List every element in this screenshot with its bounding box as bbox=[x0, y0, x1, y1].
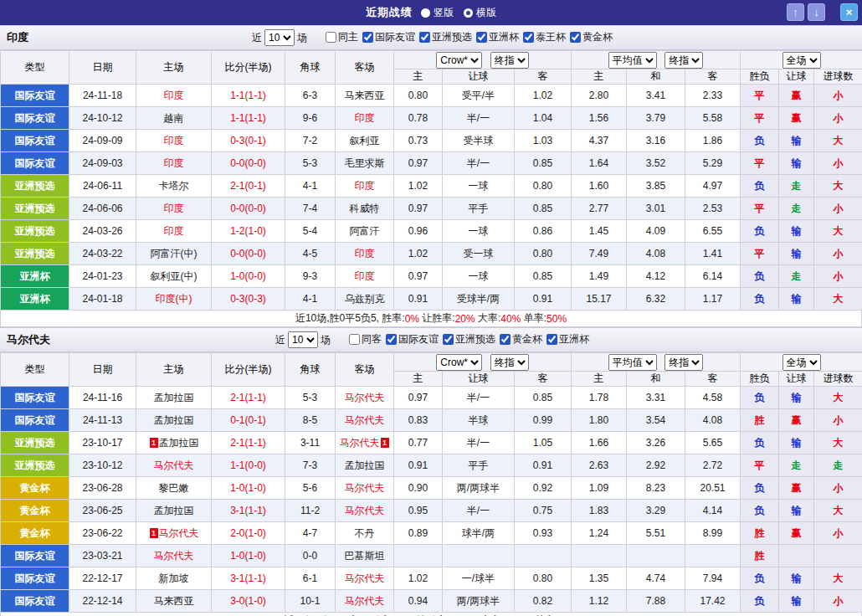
checkbox-label: 黄金杯 bbox=[582, 30, 613, 44]
competition-checkbox[interactable]: 国际友谊 bbox=[358, 30, 415, 44]
final-odds-select[interactable]: 终指 bbox=[664, 52, 703, 69]
team-name: 印度 bbox=[355, 248, 375, 259]
result-handicap: 输 bbox=[779, 590, 814, 613]
team-name: 不丹 bbox=[355, 527, 375, 539]
radio-horizontal[interactable]: 横版 bbox=[464, 6, 496, 20]
handicap-home-odds: 0.91 bbox=[394, 288, 443, 311]
result-outcome: 负 bbox=[741, 432, 779, 454]
final-odds-select[interactable]: 终指 bbox=[664, 354, 703, 371]
competition-checkbox[interactable]: 亚洲预选 bbox=[415, 30, 472, 44]
match-date: 24-11-18 bbox=[69, 85, 136, 107]
result-handicap: 输 bbox=[779, 500, 814, 522]
handicap-away-odds: 0.75 bbox=[515, 500, 572, 522]
match-row: 亚洲预选24-03-22阿富汗(中)0-0(0-0)4-5印度1.02受一球0.… bbox=[1, 243, 862, 265]
checkbox-input[interactable] bbox=[326, 32, 336, 43]
final-odds-select[interactable]: 终指 bbox=[490, 52, 529, 69]
match-row: 国际友谊22-12-14马来西亚3-0(1-0)10-1马尔代夫0.94两/两球… bbox=[1, 590, 862, 613]
match-row: 亚洲预选24-06-06印度0-0(0-0)7-4科威特0.97平手0.852.… bbox=[1, 198, 862, 220]
competition-checkbox[interactable]: 黄金杯 bbox=[495, 332, 542, 346]
match-date: 24-09-03 bbox=[69, 152, 136, 175]
radio-vertical[interactable]: 竖版 bbox=[421, 6, 454, 20]
bookmaker-select[interactable]: Crow* bbox=[436, 354, 482, 371]
checkbox-input[interactable] bbox=[523, 32, 534, 43]
match-type-badge: 亚洲预选 bbox=[1, 175, 69, 198]
average-select[interactable]: 平均值 bbox=[608, 52, 657, 69]
col-home: 主场 bbox=[136, 51, 212, 85]
checkbox-input[interactable] bbox=[570, 32, 581, 43]
team-name: 马来西亚 bbox=[345, 90, 385, 101]
section-header: 印度 近 10 场 同主国际友谊亚洲预选亚洲杯泰王杯黄金杯 bbox=[0, 25, 862, 50]
match-type-badge: 国际友谊 bbox=[1, 152, 69, 175]
col-avg-away: 客 bbox=[685, 372, 741, 387]
bookmaker-select[interactable]: Crow* bbox=[436, 52, 482, 69]
handicap-away-odds: 0.92 bbox=[515, 477, 572, 500]
away-team: 印度 bbox=[336, 265, 394, 288]
team-name: 巴基斯坦 bbox=[345, 550, 385, 562]
result-goals: 大 bbox=[814, 500, 862, 522]
fullmatch-select[interactable]: 全场 bbox=[782, 354, 821, 371]
fullmatch-group: 全场 bbox=[741, 353, 862, 372]
average-select[interactable]: 平均值 bbox=[608, 354, 657, 371]
match-row: 亚洲杯24-01-18印度(中)0-3(0-3)4-1乌兹别克0.91受球半/两… bbox=[1, 288, 862, 311]
away-team: 阿富汗 bbox=[336, 220, 394, 243]
away-team: 乌兹别克 bbox=[336, 288, 394, 311]
final-score: 1-1(1-1) bbox=[212, 107, 285, 130]
checkbox-input[interactable] bbox=[476, 32, 487, 43]
away-team: 马尔代夫 bbox=[336, 590, 394, 613]
corner-score: 10-1 bbox=[285, 590, 336, 613]
col-handicap: 让球 bbox=[443, 69, 515, 85]
competition-checkbox[interactable]: 亚洲杯 bbox=[542, 332, 589, 346]
result-goals: 大 bbox=[814, 432, 862, 454]
team-name: 马尔代夫 bbox=[159, 527, 199, 539]
checkbox-input[interactable] bbox=[419, 32, 430, 43]
checkbox-input[interactable] bbox=[546, 334, 557, 345]
away-team: 马尔代夫1 bbox=[336, 432, 394, 454]
checkbox-input[interactable] bbox=[500, 334, 511, 345]
competition-checkbox[interactable]: 泰王杯 bbox=[519, 30, 566, 44]
result-goals: 小 bbox=[814, 243, 862, 265]
recent-count-select[interactable]: 10 bbox=[264, 29, 295, 46]
competition-checkbox[interactable]: 亚洲杯 bbox=[472, 30, 519, 44]
same-venue-checkbox[interactable]: 同主 bbox=[321, 30, 358, 44]
team-name: 印度 bbox=[164, 157, 184, 169]
summary-text: 40% bbox=[500, 313, 521, 325]
handicap-home-odds: 0.97 bbox=[394, 152, 443, 175]
handicap-line: 受球半/两 bbox=[443, 288, 515, 311]
checkbox-input[interactable] bbox=[362, 32, 373, 43]
competition-filters: 同主国际友谊亚洲预选亚洲杯泰王杯黄金杯 bbox=[310, 30, 613, 45]
team-name: 印度 bbox=[355, 270, 375, 282]
corner-score: 7-4 bbox=[285, 198, 336, 220]
handicap-line: 一球 bbox=[443, 175, 515, 198]
result-outcome: 负 bbox=[741, 500, 779, 522]
handicap-home-odds: 0.78 bbox=[394, 107, 443, 130]
handicap-home-odds: 1.02 bbox=[394, 243, 443, 265]
final-score: 0-0(0-0) bbox=[212, 243, 285, 265]
competition-checkbox[interactable]: 黄金杯 bbox=[566, 30, 613, 44]
recent-count-select[interactable]: 10 bbox=[288, 331, 318, 348]
result-handicap: 走 bbox=[779, 198, 814, 220]
team-name: 印度 bbox=[355, 180, 375, 192]
checkbox-input[interactable] bbox=[386, 334, 397, 345]
result-goals: 走 bbox=[814, 454, 862, 477]
scroll-up-button[interactable]: ↑ bbox=[787, 3, 804, 21]
same-venue-checkbox[interactable]: 同客 bbox=[345, 332, 382, 346]
competition-checkbox[interactable]: 亚洲预选 bbox=[439, 332, 495, 346]
avg-away-odds: 2.33 bbox=[685, 85, 741, 107]
away-team: 巴基斯坦 bbox=[336, 545, 394, 567]
col-type: 类型 bbox=[1, 51, 69, 85]
scroll-down-button[interactable]: ↓ bbox=[808, 3, 825, 21]
final-odds-select[interactable]: 终指 bbox=[490, 354, 529, 371]
avg-draw-odds: 6.32 bbox=[627, 288, 685, 311]
avg-home-odds: 7.49 bbox=[572, 243, 627, 265]
final-score: 1-0(0-0) bbox=[212, 265, 285, 288]
competition-checkbox[interactable]: 国际友谊 bbox=[382, 332, 439, 346]
col-handicap-result: 让球 bbox=[779, 372, 814, 387]
checkbox-input[interactable] bbox=[443, 334, 454, 345]
handicap-line: 受一球 bbox=[443, 243, 515, 265]
result-outcome: 平 bbox=[741, 152, 779, 175]
checkbox-input[interactable] bbox=[349, 334, 360, 345]
avg-away-odds: 2.53 bbox=[685, 198, 741, 220]
team-name: 孟加拉国 bbox=[154, 392, 194, 403]
close-button[interactable]: × bbox=[840, 3, 858, 21]
fullmatch-select[interactable]: 全场 bbox=[782, 52, 821, 69]
